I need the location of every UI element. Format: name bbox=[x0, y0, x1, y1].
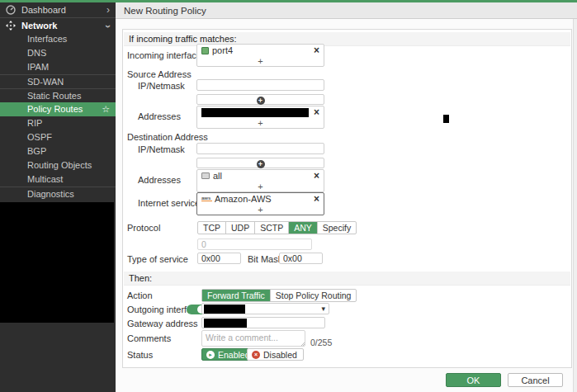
action-label: Action bbox=[127, 290, 153, 300]
source-addresses-label: Addresses bbox=[138, 111, 181, 121]
app-window: Dashboard › Network › Interfaces DNS IPA… bbox=[0, 0, 577, 392]
protocol-option-specify[interactable]: Specify bbox=[318, 222, 356, 234]
destination-ip-add-row[interactable]: + bbox=[196, 158, 324, 168]
add-entry-button[interactable]: + bbox=[197, 119, 324, 128]
add-circle-icon[interactable]: + bbox=[257, 160, 265, 168]
source-ip-add-row[interactable]: + bbox=[196, 94, 324, 105]
sidebar-item-diagnostics[interactable]: Diagnostics bbox=[0, 187, 116, 201]
source-address-entry[interactable]: × bbox=[197, 106, 324, 119]
tos-bitmask-input[interactable] bbox=[279, 253, 323, 264]
favorite-star-icon[interactable]: ☆ bbox=[102, 102, 110, 116]
protocol-option-any[interactable]: ANY bbox=[289, 222, 318, 234]
incoming-interface-entry[interactable]: port4 × bbox=[197, 45, 324, 57]
sidebar-item-sd-wan[interactable]: SD-WAN bbox=[0, 74, 116, 88]
remove-icon[interactable]: × bbox=[314, 170, 319, 182]
cancel-button[interactable]: Cancel bbox=[508, 373, 563, 387]
protocol-option-sctp[interactable]: SCTP bbox=[255, 222, 289, 234]
destination-addresses-label: Addresses bbox=[138, 175, 181, 185]
destination-addresses-picker: all × + bbox=[196, 169, 324, 192]
type-of-service-label: Type of service bbox=[127, 254, 188, 264]
incoming-interface-label: Incoming interface bbox=[127, 50, 201, 60]
remove-icon[interactable]: × bbox=[314, 193, 319, 205]
gateway-address-label: Gateway address bbox=[127, 319, 198, 328]
section-header-then: Then: bbox=[124, 272, 570, 286]
sidebar-item-label: Dashboard bbox=[21, 5, 66, 15]
source-ip-netmask-input[interactable] bbox=[196, 79, 324, 91]
gateway-address-input[interactable] bbox=[201, 317, 325, 328]
bit-mask-label: Bit Mask bbox=[248, 254, 282, 264]
ok-button[interactable]: OK bbox=[446, 373, 501, 387]
internet-service-picker: awsAmazon-AWS × + bbox=[196, 192, 324, 215]
redacted-value bbox=[204, 305, 245, 314]
comments-textarea[interactable] bbox=[201, 330, 305, 347]
action-segmented-control: Forward Traffic Stop Policy Routing bbox=[201, 289, 357, 302]
address-object-icon bbox=[201, 172, 210, 179]
internet-service-value: Amazon-AWS bbox=[215, 194, 272, 204]
sidebar-item-network[interactable]: Network › bbox=[0, 17, 116, 32]
remove-icon[interactable]: × bbox=[314, 106, 319, 119]
caret-down-icon: ▾ bbox=[321, 304, 325, 314]
internet-service-entry[interactable]: awsAmazon-AWS × bbox=[197, 193, 324, 205]
sidebar-item-multicast[interactable]: Multicast bbox=[0, 172, 116, 187]
redacted-value bbox=[204, 319, 247, 328]
protocol-number-input[interactable] bbox=[197, 239, 312, 250]
sidebar-item-ipam[interactable]: IPAM bbox=[0, 60, 116, 74]
aws-icon: aws bbox=[201, 196, 212, 201]
sidebar: Dashboard › Network › Interfaces DNS IPA… bbox=[0, 2, 116, 392]
disabled-circle-icon: × bbox=[252, 351, 260, 359]
chevron-down-icon: › bbox=[101, 25, 116, 28]
network-icon bbox=[6, 21, 16, 31]
incoming-interface-picker: port4 × + bbox=[196, 44, 324, 67]
status-label: Status bbox=[127, 350, 153, 360]
section-header-match: If incoming traffic matches: bbox=[124, 32, 570, 46]
destination-address-label: Destination Address bbox=[127, 132, 208, 142]
sidebar-item-dns[interactable]: DNS bbox=[0, 46, 116, 60]
sidebar-item-policy-routes[interactable]: Policy Routes ☆ bbox=[0, 102, 116, 116]
comments-label: Comments bbox=[127, 333, 171, 343]
sidebar-item-rip[interactable]: RIP bbox=[0, 116, 116, 130]
redacted-mark bbox=[443, 115, 449, 123]
protocol-option-tcp[interactable]: TCP bbox=[198, 222, 226, 234]
sidebar-item-label: Network bbox=[21, 21, 57, 31]
add-entry-button[interactable]: + bbox=[197, 205, 324, 215]
sidebar-item-routing-objects[interactable]: Routing Objects bbox=[0, 158, 116, 172]
destination-address-value: all bbox=[213, 171, 222, 181]
source-addresses-picker: × + bbox=[196, 106, 324, 129]
redacted-value bbox=[201, 108, 309, 117]
internet-service-label: Internet service bbox=[138, 198, 200, 208]
destination-ip-netmask-label: IP/Netmask bbox=[138, 144, 185, 154]
status-option-disabled[interactable]: × Disabled bbox=[247, 348, 304, 361]
action-option-forward-traffic[interactable]: Forward Traffic bbox=[202, 290, 271, 301]
source-ip-netmask-label: IP/Netmask bbox=[138, 81, 185, 91]
comments-char-counter: 0/255 bbox=[310, 338, 332, 347]
dashboard-gauge-icon bbox=[6, 5, 16, 15]
interface-icon bbox=[201, 47, 209, 54]
remove-icon[interactable]: × bbox=[314, 45, 319, 57]
source-address-label: Source Address bbox=[127, 69, 192, 79]
add-entry-button[interactable]: + bbox=[197, 182, 324, 191]
action-option-stop-policy-routing[interactable]: Stop Policy Routing bbox=[271, 290, 357, 301]
routing-policy-form: If incoming traffic matches: Incoming in… bbox=[122, 29, 572, 368]
chevron-right-icon: › bbox=[106, 2, 110, 17]
sidebar-item-dashboard[interactable]: Dashboard › bbox=[0, 2, 116, 17]
add-entry-button[interactable]: + bbox=[197, 57, 324, 66]
destination-ip-netmask-input[interactable] bbox=[196, 143, 324, 154]
redacted-region bbox=[0, 202, 114, 323]
status-enabled-label: Enabled bbox=[218, 350, 250, 360]
incoming-interface-value: port4 bbox=[212, 45, 233, 55]
protocol-label: Protocol bbox=[127, 223, 160, 233]
status-disabled-label: Disabled bbox=[263, 350, 297, 360]
sidebar-item-bgp[interactable]: BGP bbox=[0, 144, 116, 158]
protocol-option-udp[interactable]: UDP bbox=[226, 222, 255, 234]
destination-address-entry[interactable]: all × bbox=[197, 170, 324, 182]
protocol-segmented-control: TCP UDP SCTP ANY Specify bbox=[197, 221, 357, 234]
sidebar-item-interfaces[interactable]: Interfaces bbox=[0, 32, 116, 46]
tos-value-input[interactable] bbox=[197, 253, 241, 264]
scrollbar[interactable] bbox=[573, 19, 577, 392]
enabled-circle-icon: ▸ bbox=[206, 351, 215, 359]
sidebar-item-static-routes[interactable]: Static Routes bbox=[0, 88, 116, 102]
sidebar-item-ospf[interactable]: OSPF bbox=[0, 130, 116, 144]
add-circle-icon[interactable]: + bbox=[257, 97, 265, 105]
outgoing-interface-dropdown[interactable]: ▾ bbox=[201, 303, 329, 314]
page-title: New Routing Policy bbox=[116, 2, 577, 19]
